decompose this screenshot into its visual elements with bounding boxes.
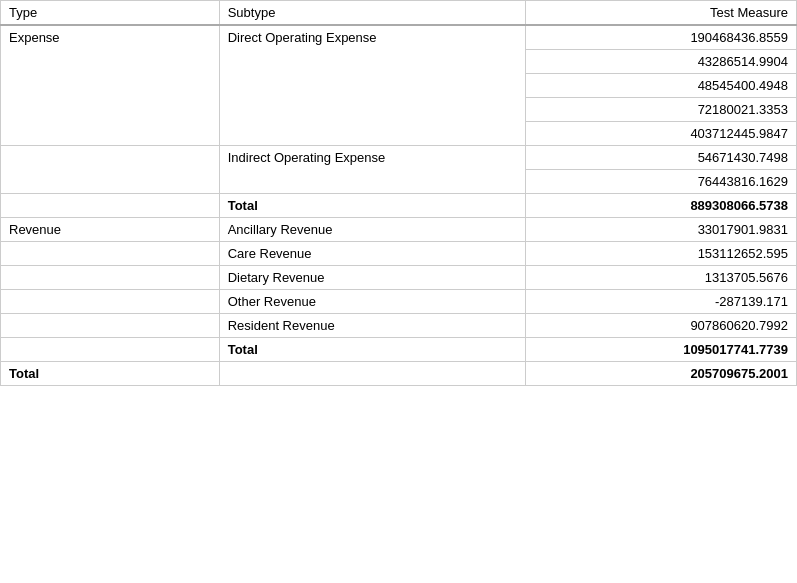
cell-subtype: Resident Revenue <box>219 314 526 338</box>
cell-subtype: Dietary Revenue <box>219 266 526 290</box>
header-type: Type <box>1 1 220 26</box>
table-row: Care Revenue153112652.595 <box>1 242 797 266</box>
table-row: Dietary Revenue1313705.5676 <box>1 266 797 290</box>
cell-value: 190468436.8559 <box>526 25 797 50</box>
header-measure: Test Measure <box>526 1 797 26</box>
cell-value: 48545400.4948 <box>526 74 797 98</box>
table-row: ExpenseDirect Operating Expense190468436… <box>1 25 797 50</box>
cell-value: 54671430.7498 <box>526 146 797 170</box>
cell-value: -287139.171 <box>526 290 797 314</box>
cell-type: Revenue <box>1 218 220 242</box>
header-subtype: Subtype <box>219 1 526 26</box>
cell-value: 1095017741.7739 <box>526 338 797 362</box>
table-row: Total205709675.2001 <box>1 362 797 386</box>
cell-value: 403712445.9847 <box>526 122 797 146</box>
cell-value: 1313705.5676 <box>526 266 797 290</box>
table-row: Total1095017741.7739 <box>1 338 797 362</box>
cell-subtype: Total <box>219 338 526 362</box>
table-row: Other Revenue-287139.171 <box>1 290 797 314</box>
cell-value: 72180021.3353 <box>526 98 797 122</box>
cell-type <box>1 290 220 314</box>
cell-value: 889308066.5738 <box>526 194 797 218</box>
cell-type <box>1 338 220 362</box>
cell-type <box>1 266 220 290</box>
table-row: Indirect Operating Expense54671430.7498 <box>1 146 797 170</box>
cell-type <box>1 314 220 338</box>
cell-subtype: Direct Operating Expense <box>219 25 526 146</box>
financial-table: Type Subtype Test Measure ExpenseDirect … <box>0 0 797 386</box>
cell-subtype <box>219 362 526 386</box>
cell-value: 43286514.9904 <box>526 50 797 74</box>
table-row: Total889308066.5738 <box>1 194 797 218</box>
cell-value: 205709675.2001 <box>526 362 797 386</box>
cell-value: 76443816.1629 <box>526 170 797 194</box>
cell-type <box>1 242 220 266</box>
cell-value: 153112652.595 <box>526 242 797 266</box>
cell-subtype: Indirect Operating Expense <box>219 146 526 194</box>
table-row: RevenueAncillary Revenue33017901.9831 <box>1 218 797 242</box>
cell-type: Expense <box>1 25 220 146</box>
cell-subtype: Care Revenue <box>219 242 526 266</box>
table-row: Resident Revenue907860620.7992 <box>1 314 797 338</box>
cell-value: 907860620.7992 <box>526 314 797 338</box>
table-header-row: Type Subtype Test Measure <box>1 1 797 26</box>
cell-value: 33017901.9831 <box>526 218 797 242</box>
cell-subtype: Ancillary Revenue <box>219 218 526 242</box>
cell-type <box>1 146 220 194</box>
cell-subtype: Other Revenue <box>219 290 526 314</box>
cell-type <box>1 194 220 218</box>
cell-subtype: Total <box>219 194 526 218</box>
cell-type: Total <box>1 362 220 386</box>
